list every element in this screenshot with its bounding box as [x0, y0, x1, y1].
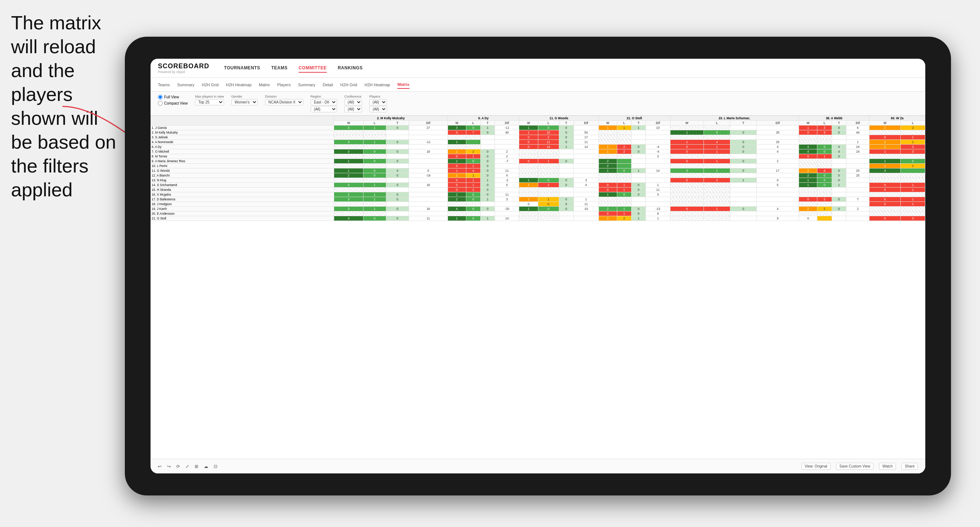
- sub-nav: Teams Summary H2H Grid H2H Heatmap Matri…: [151, 78, 925, 92]
- matrix-cell: 0: [756, 178, 799, 183]
- matrix-cell: 6: [817, 130, 832, 135]
- matrix-cell: [799, 192, 817, 197]
- zoom-icon[interactable]: ⤢: [185, 464, 189, 469]
- matrix-cell: 1: [617, 206, 631, 211]
- sub-nav-h2h-heatmap2[interactable]: H2H Heatmap: [364, 81, 390, 89]
- division-select[interactable]: NCAA Division II NCAA Division I: [265, 99, 303, 105]
- nav-teams[interactable]: TEAMS: [271, 64, 288, 73]
- matrix-cell: 25: [756, 140, 799, 144]
- matrix-cell: [538, 192, 559, 197]
- matrix-cell: 4: [466, 168, 480, 173]
- matrix-cell: [846, 183, 869, 187]
- matrix-cell: 0: [730, 206, 757, 211]
- region-sub-select[interactable]: (All): [311, 106, 337, 112]
- matrix-cell: [832, 187, 846, 192]
- matrix-cell: [832, 202, 846, 206]
- sub-nav-detail[interactable]: Detail: [323, 81, 333, 89]
- share-btn[interactable]: Share: [901, 463, 918, 470]
- table-row: 6. A Dy014114120-401044042412: [151, 144, 925, 149]
- table-row: 14. S Srichantamit3101801051204010151010…: [151, 183, 925, 187]
- matrix-cell: 1: [832, 183, 846, 187]
- matrix-cell: 0: [448, 130, 466, 135]
- matrix-cell: [756, 192, 799, 197]
- sub-nav-h2h-heatmap1[interactable]: H2H Heatmap: [226, 81, 251, 89]
- matrix-cell: [574, 173, 598, 178]
- cloud-icon[interactable]: ☁: [204, 464, 208, 469]
- region-select[interactable]: East - DII (All): [311, 99, 337, 105]
- table-row: 12. A Bianchi200-16110420025: [151, 173, 925, 178]
- sub-nav-teams[interactable]: Teams: [158, 81, 170, 89]
- refresh-icon[interactable]: ⟳: [176, 464, 180, 469]
- matrix-cell: 0: [519, 144, 538, 149]
- redo-icon[interactable]: ↪: [167, 464, 171, 469]
- sub-nav-matrix1[interactable]: Matrix: [259, 81, 270, 89]
- matrix-cell: 20: [846, 168, 869, 173]
- matrix-cell: 2: [598, 216, 617, 221]
- conference-select[interactable]: (All): [344, 99, 362, 105]
- table-row: 20. E Andersson0108: [151, 211, 925, 216]
- matrix-cell: [730, 192, 757, 197]
- nav-rankings[interactable]: RANKINGS: [338, 64, 363, 73]
- nav-tournaments[interactable]: TOURNAMENTS: [224, 64, 260, 73]
- matrix-cell: 0: [448, 178, 466, 183]
- matrix-cell: 5: [495, 183, 519, 187]
- matrix-cell: 1: [559, 144, 574, 149]
- matrix-cell: [646, 135, 670, 140]
- watch-btn[interactable]: Watch: [879, 463, 896, 470]
- matrix-cell: 2: [466, 187, 480, 192]
- matrix-cell: 18: [409, 183, 448, 187]
- sub-nav-summary1[interactable]: Summary: [177, 81, 194, 89]
- matrix-cell: [409, 178, 448, 183]
- matrix-cell: 0: [631, 211, 646, 216]
- matrix-cell: 1: [901, 202, 925, 206]
- table-row: 9. A Maria Jimenez Rios100100-7010201021…: [151, 159, 925, 163]
- sub-nav-h2h-grid1[interactable]: H2H Grid: [202, 81, 218, 89]
- player-name-cell: 7. O Mitchell: [151, 149, 334, 154]
- view-original-btn[interactable]: View: Original: [802, 463, 831, 470]
- sub-nav-matrix2[interactable]: Matrix: [397, 81, 409, 89]
- matrix-cell: 1: [617, 211, 631, 216]
- save-custom-btn[interactable]: Save Custom View: [836, 463, 873, 470]
- matrix-cell: [704, 197, 730, 202]
- sh-dif1: Dif: [409, 121, 448, 125]
- matrix-cell: 1: [448, 173, 466, 178]
- matrix-cell: 1: [480, 197, 495, 202]
- nav-committee[interactable]: COMMITTEE: [299, 64, 327, 73]
- matrix-cell: 0: [730, 168, 757, 173]
- matrix-cell: [363, 135, 386, 140]
- layout-icon[interactable]: ⊡: [214, 464, 217, 469]
- matrix-cell: [363, 144, 386, 149]
- max-players-select[interactable]: Top 25 Top 50: [195, 99, 224, 105]
- sub-nav-summary2[interactable]: Summary: [298, 81, 315, 89]
- matrix-cell: [832, 140, 846, 144]
- matrix-cell: [756, 197, 799, 202]
- players-select[interactable]: (All): [369, 99, 387, 105]
- sub-nav-h2h-grid2[interactable]: H2H Grid: [340, 81, 357, 89]
- matrix-cell: [631, 197, 646, 202]
- matrix-cell: [538, 216, 559, 221]
- filter-bar: Full View Compact View Max players in vi…: [151, 92, 925, 116]
- matrix-cell: 0: [817, 149, 832, 154]
- view-original-label: View: Original: [805, 464, 827, 468]
- matrix-content[interactable]: 2. M Kelly Mulcahy 6. A Dy 11. G Woods 2…: [151, 116, 925, 459]
- grid-icon[interactable]: ⊞: [195, 464, 198, 469]
- matrix-cell: -11: [495, 125, 519, 130]
- full-view-option[interactable]: Full View: [158, 95, 188, 100]
- undo-icon[interactable]: ↩: [158, 464, 162, 469]
- matrix-cell: 1: [901, 197, 925, 202]
- matrix-cell: [670, 197, 704, 202]
- conference-sub-select[interactable]: (All): [344, 106, 362, 112]
- matrix-cell: 3: [495, 197, 519, 202]
- matrix-cell: -20: [495, 206, 519, 211]
- th-col-player5: 23. L Marie Schumac.: [670, 116, 799, 121]
- matrix-cell: [670, 187, 704, 192]
- share-label: Share: [905, 464, 915, 468]
- gender-select[interactable]: Women's Men's: [231, 99, 258, 105]
- matrix-cell: [704, 173, 730, 178]
- matrix-cell: [519, 154, 538, 159]
- players-sub-select[interactable]: (All): [369, 106, 387, 112]
- compact-view-option[interactable]: Compact View: [158, 101, 188, 106]
- matrix-cell: -16: [409, 173, 448, 178]
- sh-dif3: Dif: [574, 121, 598, 125]
- sub-nav-players[interactable]: Players: [277, 81, 291, 89]
